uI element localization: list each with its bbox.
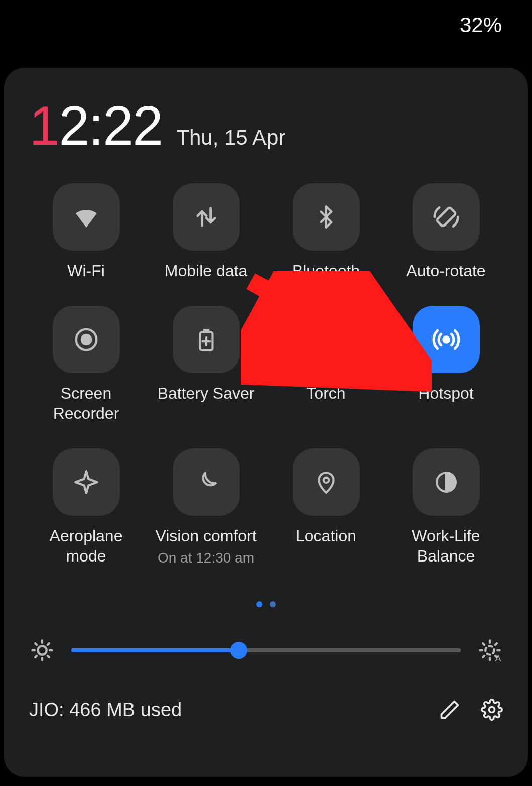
clock-rest: 2:22 — [59, 94, 162, 156]
aeroplane-button[interactable] — [53, 448, 120, 516]
data-usage[interactable]: JIO: 466 MB used — [29, 699, 419, 721]
moon-icon — [194, 470, 219, 495]
brightness-low-icon — [29, 637, 55, 663]
tile-bluetooth[interactable]: Bluetooth — [269, 183, 383, 281]
date: Thu, 15 Apr — [176, 126, 285, 150]
tile-wifi[interactable]: Wi-Fi — [29, 183, 143, 281]
hotspot-icon — [432, 325, 460, 354]
work-life-button[interactable] — [413, 448, 480, 516]
brightness-fill — [71, 648, 239, 652]
torch-label: Torch — [306, 383, 345, 403]
svg-point-7 — [38, 646, 46, 654]
page-indicator — [29, 601, 503, 607]
hotspot-button[interactable] — [413, 306, 480, 373]
battery-percent: 32% — [460, 13, 502, 37]
screen-recorder-button[interactable] — [53, 306, 120, 373]
svg-point-5 — [323, 478, 328, 483]
auto-rotate-label: Auto-rotate — [406, 261, 485, 281]
tile-battery-saver[interactable]: Battery Saver — [149, 306, 263, 423]
work-life-icon — [434, 470, 459, 495]
page-dot-2 — [270, 601, 276, 607]
bluetooth-button[interactable] — [293, 183, 360, 251]
brightness-thumb[interactable] — [230, 642, 247, 659]
screen-recorder-label: Screen Recorder — [29, 383, 143, 423]
clock-row: 12:22 Thu, 15 Apr — [29, 98, 503, 153]
aeroplane-label: Aeroplane mode — [29, 526, 143, 566]
wifi-icon — [72, 203, 100, 231]
clock-first-digit: 1 — [29, 94, 59, 156]
tiles-grid: Wi-Fi Mobile data Bluetooth Auto-rotate — [29, 183, 503, 566]
brightness-auto-icon[interactable]: A — [477, 637, 503, 663]
aeroplane-icon — [73, 469, 99, 495]
tile-screen-recorder[interactable]: Screen Recorder — [29, 306, 143, 423]
record-icon — [73, 326, 100, 353]
tile-auto-rotate[interactable]: Auto-rotate — [389, 183, 503, 281]
tile-location[interactable]: Location — [269, 448, 383, 566]
svg-point-8 — [485, 646, 494, 654]
tile-aeroplane[interactable]: Aeroplane mode — [29, 448, 143, 566]
svg-point-4 — [443, 337, 448, 342]
tile-vision-comfort[interactable]: Vision comfort On at 12:30 am — [149, 448, 263, 566]
page-dot-1 — [256, 601, 262, 607]
vision-comfort-button[interactable] — [173, 448, 240, 516]
tile-torch[interactable]: Torch — [269, 306, 383, 423]
mobile-data-label: Mobile data — [165, 261, 247, 281]
bluetooth-label: Bluetooth — [292, 261, 360, 281]
work-life-label: Work-Life Balance — [389, 526, 503, 566]
clock: 12:22 — [29, 98, 162, 153]
svg-point-10 — [489, 707, 495, 713]
quick-settings-panel[interactable]: 12:22 Thu, 15 Apr Wi-Fi Mobile data Blue… — [4, 68, 528, 777]
panel-footer: JIO: 466 MB used — [29, 699, 503, 721]
auto-rotate-button[interactable] — [413, 183, 480, 251]
vision-comfort-sublabel: On at 12:30 am — [158, 550, 254, 566]
tile-mobile-data[interactable]: Mobile data — [149, 183, 263, 281]
location-icon — [314, 470, 339, 495]
location-label: Location — [296, 526, 356, 546]
battery-saver-icon — [194, 327, 219, 352]
svg-rect-0 — [436, 207, 456, 227]
wifi-button[interactable] — [53, 183, 120, 251]
svg-text:A: A — [495, 653, 501, 663]
status-bar: 32% — [0, 0, 532, 50]
battery-saver-label: Battery Saver — [158, 383, 255, 403]
mobile-data-button[interactable] — [173, 183, 240, 251]
torch-icon — [314, 327, 339, 352]
bluetooth-icon — [314, 204, 339, 230]
edit-icon[interactable] — [439, 699, 461, 721]
settings-icon[interactable] — [481, 699, 503, 721]
vision-comfort-label: Vision comfort — [155, 526, 256, 546]
auto-rotate-icon — [432, 203, 460, 231]
location-button[interactable] — [293, 448, 360, 516]
svg-point-2 — [82, 335, 91, 344]
brightness-row: A — [29, 637, 503, 663]
torch-button[interactable] — [293, 306, 360, 373]
mobile-data-icon — [193, 204, 219, 230]
battery-saver-button[interactable] — [173, 306, 240, 373]
tile-hotspot[interactable]: Hotspot — [389, 306, 503, 423]
wifi-label: Wi-Fi — [67, 261, 105, 281]
brightness-slider[interactable] — [71, 648, 461, 652]
tile-work-life[interactable]: Work-Life Balance — [389, 448, 503, 566]
hotspot-label: Hotspot — [418, 383, 473, 403]
